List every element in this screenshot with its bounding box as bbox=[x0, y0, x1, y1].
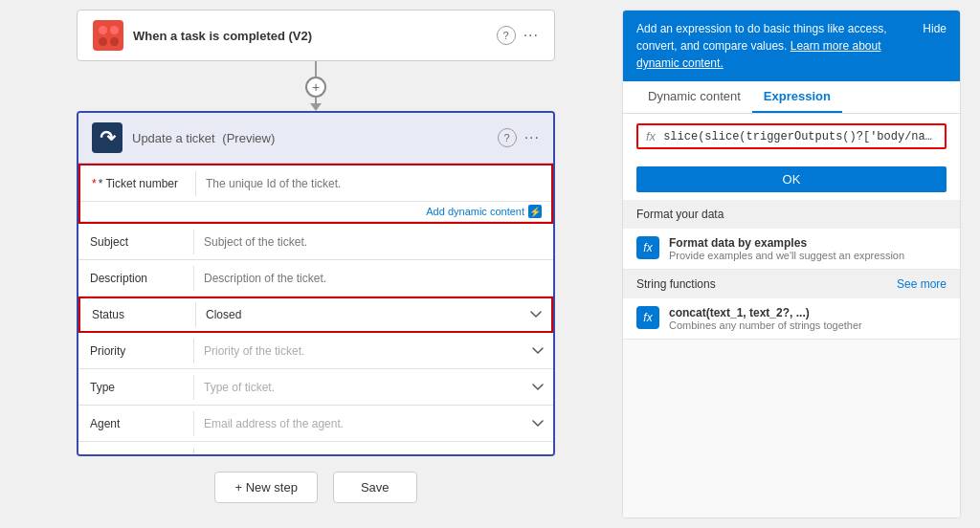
subject-input[interactable] bbox=[193, 230, 553, 254]
action-card: ↷ Update a ticket (Preview) ? ··· ** Tic… bbox=[77, 111, 555, 456]
trigger-more-options[interactable]: ··· bbox=[523, 27, 539, 44]
fx-icon: fx bbox=[646, 129, 656, 143]
concat-info: concat(text_1, text_2?, ...) Combines an… bbox=[669, 306, 862, 331]
type-label: Type bbox=[78, 375, 193, 400]
agent-chevron-icon[interactable] bbox=[530, 416, 546, 431]
category-label: Category bbox=[78, 448, 193, 457]
priority-row: Priority Priority of the ticket. bbox=[78, 333, 553, 369]
format-data-info: Format data by examples Provide examples… bbox=[669, 236, 904, 261]
ticket-number-label: ** Ticket number bbox=[80, 171, 195, 196]
new-step-button[interactable]: + New step bbox=[214, 472, 317, 503]
priority-chevron-icon[interactable] bbox=[530, 343, 546, 359]
ticket-number-input[interactable] bbox=[195, 171, 551, 196]
header-description: Add an expression to do basic things lik… bbox=[636, 20, 913, 72]
connector-line-top bbox=[315, 61, 317, 77]
trigger-title: When a task is completed (V2) bbox=[133, 29, 487, 43]
expression-input-row: fx slice(slice(triggerOutputs()?['body/n… bbox=[636, 123, 947, 149]
priority-placeholder: Priority of the ticket. bbox=[193, 339, 530, 363]
action-more-options[interactable]: ··· bbox=[524, 129, 540, 146]
category-row: Category Category of the ticket. bbox=[78, 442, 553, 456]
format-section-header: Format your data bbox=[623, 200, 960, 229]
concat-function-item[interactable]: fx concat(text_1, text_2?, ...) Combines… bbox=[623, 298, 960, 340]
bottom-actions: + New step Save bbox=[19, 456, 612, 518]
connector-arrow bbox=[310, 103, 322, 111]
tabs-row: Dynamic content Expression bbox=[623, 81, 960, 114]
type-chevron-icon[interactable] bbox=[530, 380, 546, 395]
status-value: Closed bbox=[195, 302, 528, 327]
expression-value[interactable]: slice(slice(triggerOutputs()?['body/name… bbox=[663, 130, 937, 143]
expression-panel-header: Add an expression to do basic things lik… bbox=[623, 11, 960, 81]
subject-row: Subject bbox=[78, 224, 553, 260]
trigger-logo bbox=[93, 20, 123, 51]
description-label: Description bbox=[78, 266, 193, 291]
ticket-number-section: ** Ticket number Add dynamic content ⚡ bbox=[78, 164, 553, 224]
ticket-number-row: ** Ticket number bbox=[80, 165, 551, 202]
status-row: Status Closed bbox=[78, 297, 553, 333]
description-input[interactable] bbox=[193, 266, 553, 291]
description-row: Description bbox=[78, 260, 553, 297]
agent-label: Agent bbox=[78, 411, 193, 436]
dynamic-content-row: Add dynamic content ⚡ bbox=[80, 202, 551, 222]
learn-more-link[interactable]: Learn more about dynamic content. bbox=[636, 39, 881, 70]
type-placeholder: Type of ticket. bbox=[193, 375, 530, 400]
see-more-link[interactable]: See more bbox=[897, 277, 947, 291]
concat-icon: fx bbox=[636, 306, 659, 329]
action-help-icon[interactable]: ? bbox=[498, 128, 517, 147]
add-step-plus[interactable]: + bbox=[305, 77, 326, 98]
action-logo: ↷ bbox=[92, 122, 122, 153]
type-row: Type Type of ticket. bbox=[78, 369, 553, 406]
agent-placeholder: Email address of the agent. bbox=[193, 411, 530, 436]
save-button[interactable]: Save bbox=[333, 472, 417, 503]
tab-dynamic-content[interactable]: Dynamic content bbox=[636, 81, 752, 113]
trigger-help-icon[interactable]: ? bbox=[497, 26, 516, 45]
right-scroll-area[interactable]: Format your data fx Format data by examp… bbox=[623, 200, 960, 517]
status-chevron-icon[interactable] bbox=[528, 307, 544, 322]
subject-label: Subject bbox=[78, 230, 193, 254]
format-data-by-examples-item[interactable]: fx Format data by examples Provide examp… bbox=[623, 229, 960, 270]
action-title: Update a ticket (Preview) bbox=[132, 131, 488, 145]
add-dynamic-content-button[interactable]: Add dynamic content ⚡ bbox=[426, 205, 542, 218]
priority-label: Priority bbox=[78, 339, 193, 363]
dynamic-content-icon: ⚡ bbox=[528, 205, 542, 218]
tab-expression[interactable]: Expression bbox=[752, 81, 842, 113]
hide-panel-button[interactable]: Hide bbox=[923, 20, 947, 37]
expression-area: fx slice(slice(triggerOutputs()?['body/n… bbox=[623, 114, 960, 159]
category-placeholder: Category of the ticket. bbox=[193, 448, 530, 457]
connector: + bbox=[305, 61, 326, 111]
expression-panel: Add an expression to do basic things lik… bbox=[622, 10, 961, 518]
ok-button[interactable]: OK bbox=[636, 166, 947, 192]
string-section-header: String functions See more bbox=[623, 270, 960, 298]
trigger-card: When a task is completed (V2) ? ··· bbox=[77, 10, 555, 61]
status-label: Status bbox=[80, 302, 195, 327]
action-header: ↷ Update a ticket (Preview) ? ··· bbox=[78, 113, 553, 164]
format-data-icon: fx bbox=[636, 236, 659, 259]
action-body: ** Ticket number Add dynamic content ⚡ S… bbox=[78, 164, 553, 456]
agent-row: Agent Email address of the agent. bbox=[78, 406, 553, 442]
